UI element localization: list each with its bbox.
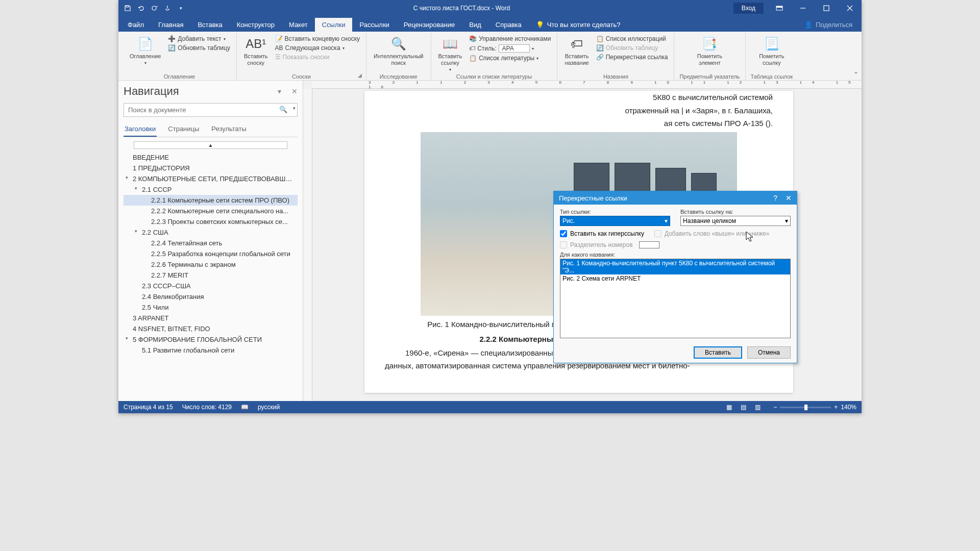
expand-icon[interactable]: ▾ [135, 229, 137, 234]
insert-reference-to-select[interactable]: Название целиком▾ [680, 216, 791, 226]
nav-tab-results[interactable]: Результаты [210, 122, 247, 137]
nav-tree-node[interactable]: 2.2.4 Телетайпная сеть [124, 238, 298, 248]
cross-reference-button[interactable]: 🔗Перекрестная ссылка [595, 53, 669, 61]
page-count[interactable]: Страница 4 из 15 [124, 404, 173, 411]
tab-file[interactable]: Файл [120, 18, 151, 32]
toc-button[interactable]: 📄Оглавление▾ [128, 35, 163, 67]
qat-dropdown-icon[interactable]: ▾ [176, 3, 186, 13]
nav-node-label: 2.2.2 Компьютерные сети специального на.… [151, 207, 288, 215]
nav-tree-node[interactable]: 4 NSFNET, BITNET, FIDO [124, 323, 298, 334]
collapse-all-button[interactable]: ▲ [134, 141, 287, 149]
tab-home[interactable]: Главная [151, 18, 190, 32]
nav-tree-node[interactable]: ▾5 ФОРМИРОВАНИЕ ГЛОБАЛЬНОЙ СЕТИ [124, 334, 298, 345]
tab-design[interactable]: Конструктор [230, 18, 282, 32]
ribbon-display-icon[interactable] [768, 0, 791, 16]
tab-review[interactable]: Рецензирование [397, 18, 462, 32]
share-button[interactable]: 👤Поделиться [797, 18, 860, 32]
nav-tree-node[interactable]: 2.2.5 Разработка концепции глобальной се… [124, 248, 298, 259]
tab-insert[interactable]: Вставка [190, 18, 229, 32]
reference-type-select[interactable]: Рис.▾ [560, 216, 670, 226]
nav-tree-node[interactable]: 2.2.6 Терминалы с экраном [124, 259, 298, 270]
minimize-icon[interactable] [791, 0, 815, 16]
insert-button[interactable]: Вставить [694, 346, 742, 359]
search-icon[interactable]: 🔍 [279, 106, 287, 113]
cancel-button[interactable]: Отмена [747, 346, 791, 359]
expand-icon[interactable]: ▾ [135, 186, 137, 191]
tab-mailings[interactable]: Рассылки [352, 18, 396, 32]
nav-tree-node[interactable]: 2.3 СССР–США [124, 281, 298, 291]
nav-close-icon[interactable]: ✕ [291, 87, 298, 95]
maximize-icon[interactable] [815, 0, 838, 16]
zoom-track[interactable] [780, 407, 831, 408]
horizontal-ruler[interactable]: 3 2 1 1 2 3 4 5 6 7 8 9 10 11 12 13 14 1… [312, 81, 862, 89]
print-layout-icon[interactable]: ▤ [737, 402, 750, 412]
nav-tree-node[interactable]: ВВЕДЕНИЕ [124, 152, 298, 163]
nav-tree-node[interactable]: ▾2.1 СССР [124, 184, 298, 195]
login-button[interactable]: Вход [733, 3, 764, 14]
bibliography-button[interactable]: 📋Список литературы ▾ [468, 54, 552, 62]
next-footnote-button[interactable]: ABСледующая сноска ▾ [274, 44, 361, 52]
insert-citation-button[interactable]: 📖Вставить ссылку▾ [436, 35, 464, 73]
search-dropdown-icon[interactable]: ▾ [293, 106, 296, 111]
nav-tree-node[interactable]: 1 ПРЕДЫСТОРИЯ [124, 163, 298, 173]
tab-layout[interactable]: Макет [282, 18, 315, 32]
nav-tree-node[interactable]: ▾2.2 США [124, 227, 298, 238]
nav-tab-pages[interactable]: Страницы [167, 122, 200, 137]
mark-citation-button[interactable]: 📃Пометить ссылку [757, 35, 786, 67]
nav-tree-node[interactable]: 2.2.3 Проекты советских компьютерных се.… [124, 216, 298, 227]
collapse-ribbon-icon[interactable]: ⌃ [853, 71, 859, 78]
zoom-slider[interactable]: − + 140% [773, 404, 856, 411]
dialog-close-icon[interactable]: ✕ [786, 194, 792, 202]
tell-me[interactable]: 💡Что вы хотите сделать? [529, 18, 628, 32]
tab-help[interactable]: Справка [488, 18, 529, 32]
web-layout-icon[interactable]: ▥ [751, 402, 764, 412]
citation-style[interactable]: 🏷Стиль: APA▾ [468, 44, 552, 53]
list-item[interactable]: Рис. 1 Командно-вычислительный пункт 5К8… [560, 259, 790, 274]
read-mode-icon[interactable]: ▦ [722, 402, 736, 412]
nav-tree-node[interactable]: 2.4 Великобритания [124, 291, 298, 302]
close-icon[interactable] [838, 0, 862, 16]
nav-tree-node[interactable]: 2.2.1 Компьютерные сети систем ПРО (ПВО) [124, 195, 298, 206]
nav-tab-headings[interactable]: Заголовки [124, 122, 157, 137]
nav-tree-node[interactable]: 5.1 Развитие глобальной сети [124, 345, 298, 356]
redo-icon[interactable] [149, 3, 159, 13]
expand-icon[interactable]: ▾ [126, 336, 128, 341]
word-app: ▾ С чистого листа ГОСТ.docx - Word Вход … [118, 0, 862, 413]
list-item[interactable]: Рис. 2 Схема сети ARPNET [560, 274, 790, 283]
zoom-level[interactable]: 140% [841, 404, 856, 411]
tab-view[interactable]: Вид [462, 18, 488, 32]
proofing-icon[interactable]: 📖 [241, 404, 249, 411]
insert-caption-button[interactable]: 🏷Вставить название [562, 35, 591, 67]
update-toc-button[interactable]: 🔄Обновить таблицу [167, 44, 231, 52]
caption-listbox[interactable]: Рис. 1 Командно-вычислительный пункт 5К8… [560, 259, 791, 338]
nav-tree-node[interactable]: ▾2 КОМПЬЮТЕРНЫЕ СЕТИ, ПРЕДШЕСТВОВАВШИЕ..… [124, 173, 298, 184]
dialog-help-icon[interactable]: ? [773, 194, 777, 202]
word-count[interactable]: Число слов: 4129 [182, 404, 232, 411]
vertical-ruler[interactable] [303, 89, 312, 401]
nav-dropdown-icon[interactable]: ▾ [278, 87, 281, 95]
dialog-launcher-icon[interactable]: ◢ [358, 72, 365, 80]
language[interactable]: русский [258, 404, 280, 411]
mark-entry-button[interactable]: 📑Пометить элемент [695, 35, 724, 67]
nav-tree-node[interactable]: 2.5 Чили [124, 302, 298, 313]
nav-tree-node[interactable]: 2.2.2 Компьютерные сети специального на.… [124, 206, 298, 216]
expand-icon[interactable]: ▾ [126, 175, 128, 180]
tab-references[interactable]: Ссылки [315, 18, 353, 32]
nav-tree-node[interactable]: 3 ARPANET [124, 313, 298, 323]
insert-endnote-button[interactable]: 📝Вставить концевую сноску [274, 35, 361, 43]
smart-lookup-button[interactable]: 🔍Интеллектуальный поиск [372, 35, 425, 67]
save-icon[interactable] [122, 3, 133, 13]
hyperlink-checkbox[interactable]: Вставить как гиперссылку [560, 230, 644, 237]
nav-tree-node[interactable]: 2.2.7 MERIT [124, 270, 298, 281]
zoom-in-icon[interactable]: + [834, 404, 838, 411]
touch-mode-icon[interactable] [162, 3, 173, 13]
manage-sources-button[interactable]: 📚Управление источниками [468, 35, 552, 43]
zoom-out-icon[interactable]: − [773, 404, 777, 411]
dialog-titlebar[interactable]: Перекрестные ссылки ? ✕ [554, 191, 797, 205]
insert-table-figures-button[interactable]: 📋Список иллюстраций [595, 35, 669, 43]
zoom-thumb[interactable] [804, 405, 807, 410]
add-text-button[interactable]: ➕Добавить текст ▾ [167, 35, 231, 43]
undo-icon[interactable] [136, 3, 146, 13]
search-input[interactable] [124, 103, 298, 117]
insert-footnote-button[interactable]: AB¹Вставить сноску [242, 35, 270, 67]
